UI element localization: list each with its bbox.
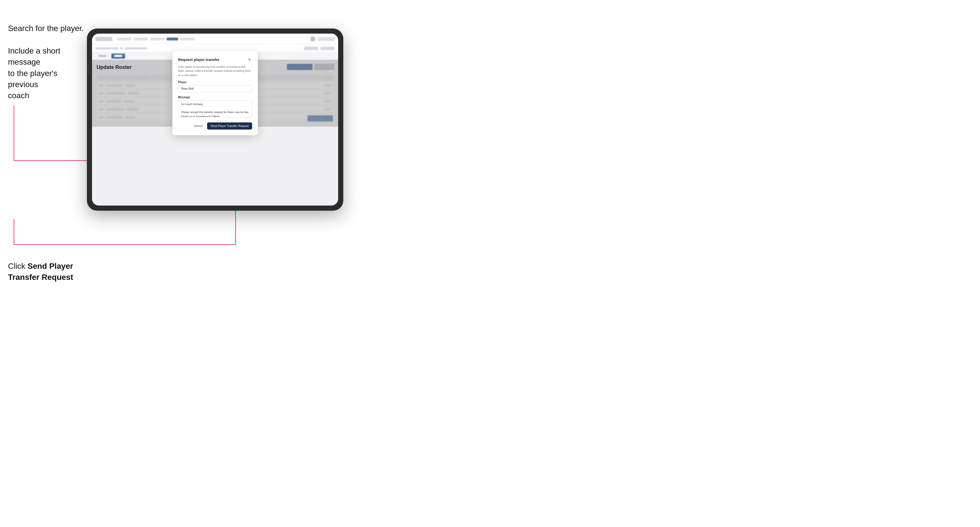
nav-item-active [167, 38, 178, 40]
tab-2-active [111, 54, 125, 59]
cancel-button[interactable]: Cancel [191, 123, 205, 129]
modal-title: Request player transfer [178, 57, 220, 62]
breadcrumb-arrow [121, 47, 122, 49]
user-avatar [310, 37, 315, 41]
tablet-device: Update Roster [87, 29, 343, 211]
tab-1 [95, 54, 109, 59]
annotation-step2: Include a short message to the player's … [8, 45, 85, 101]
annotation-step1: Search for the player. [8, 23, 85, 34]
app-logo [95, 37, 113, 41]
app-main: Update Roster [92, 60, 338, 127]
breadcrumb [95, 47, 118, 49]
modal-close-button[interactable]: ✕ [247, 57, 252, 62]
app-header [92, 33, 338, 44]
tab-1-label [98, 55, 106, 57]
request-transfer-modal: Request player transfer ✕ If the player … [172, 51, 258, 135]
send-transfer-button[interactable]: Send Player Transfer Request [207, 122, 252, 130]
header-btn [318, 37, 335, 41]
annotation-step3: Click Send Player Transfer Request [8, 260, 85, 283]
player-label: Player [178, 81, 252, 84]
nav-item-4 [180, 38, 194, 40]
modal-footer: Cancel Send Player Transfer Request [178, 122, 252, 130]
modal-header: Request player transfer ✕ [178, 57, 252, 62]
player-input[interactable] [178, 85, 252, 92]
tab-2-label [114, 55, 122, 57]
modal-overlay: Request player transfer ✕ If the player … [92, 60, 338, 127]
annotation-line-2-vertical [14, 219, 14, 245]
annotation-line-2-horizontal [14, 244, 236, 245]
breadcrumb-2 [124, 47, 147, 49]
nav-item-3 [150, 38, 164, 40]
nav-item-2 [134, 38, 148, 40]
app-nav [117, 38, 306, 40]
tablet-power-button [88, 63, 89, 74]
nav-item-1 [117, 38, 131, 40]
message-textarea[interactable]: Hi Coach McHarg, Please accept this tran… [178, 100, 252, 117]
subheader-action [304, 47, 318, 50]
subheader-action-2 [320, 47, 335, 50]
tablet-screen: Update Roster [92, 33, 338, 206]
app-header-right [310, 37, 335, 41]
annotations: Search for the player. Include a short m… [8, 23, 85, 283]
message-label: Message [178, 96, 252, 99]
annotation-line-1-vertical [14, 105, 14, 161]
modal-description: If the player is transferring from anoth… [178, 65, 252, 77]
